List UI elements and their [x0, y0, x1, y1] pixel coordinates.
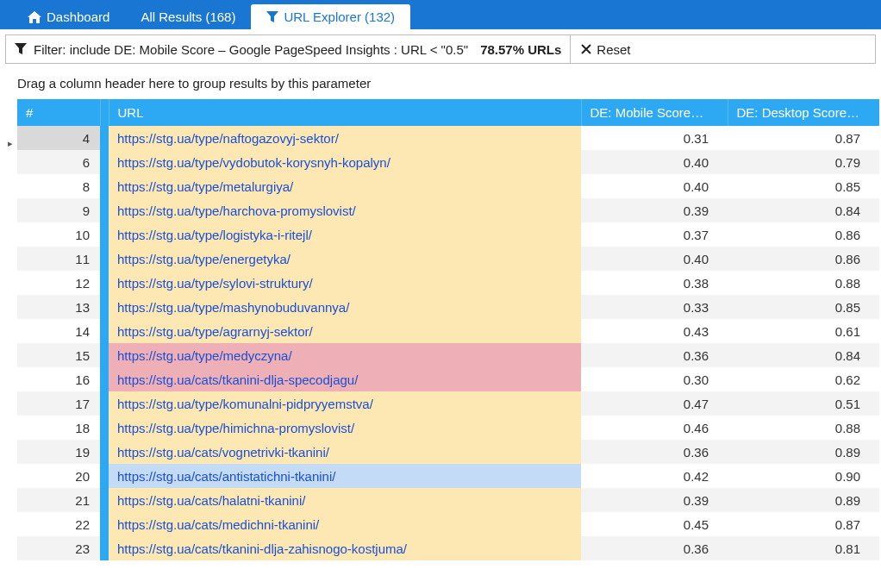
- cell-url: https://stg.ua/type/harchova-promyslovis…: [109, 198, 581, 222]
- table-row[interactable]: 13https://stg.ua/type/mashynobuduvannya/…: [17, 295, 879, 319]
- reset-label: Reset: [597, 42, 630, 57]
- cell-url: https://stg.ua/type/energetyka/: [109, 247, 581, 271]
- cell-desktop-score: 0.88: [728, 271, 879, 295]
- cell-mobile-score: 0.46: [581, 416, 728, 440]
- filter-icon: [266, 11, 278, 23]
- url-link[interactable]: https://stg.ua/type/vydobutok-korysnyh-k…: [117, 155, 391, 170]
- filter-percent: 78.57% URLs: [480, 42, 561, 57]
- url-link[interactable]: https://stg.ua/type/medyczyna/: [117, 348, 292, 363]
- cell-desktop-score: 0.51: [728, 391, 879, 416]
- table-row[interactable]: 15https://stg.ua/type/medyczyna/0.360.84: [17, 343, 879, 367]
- cell-url: https://stg.ua/type/medyczyna/: [109, 343, 581, 367]
- results-table: # URL DE: Mobile Score… DE: Desktop Scor…: [17, 99, 879, 560]
- table-row[interactable]: 21https://stg.ua/cats/halatni-tkanini/0.…: [17, 488, 879, 512]
- cell-index: 16: [17, 367, 100, 391]
- table-row[interactable]: 8https://stg.ua/type/metalurgiya/0.400.8…: [17, 174, 879, 198]
- filter-bar: Filter: include DE: Mobile Score – Googl…: [5, 34, 876, 64]
- cell-gutter: [100, 367, 109, 391]
- url-link[interactable]: https://stg.ua/cats/medichni-tkanini/: [117, 517, 319, 532]
- cell-desktop-score: 0.89: [728, 440, 879, 464]
- cell-mobile-score: 0.30: [581, 367, 728, 391]
- url-link[interactable]: https://stg.ua/cats/vognetrivki-tkanini/: [117, 445, 329, 460]
- url-link[interactable]: https://stg.ua/type/metalurgiya/: [117, 179, 293, 194]
- table-row[interactable]: 4https://stg.ua/type/naftogazovyj-sektor…: [17, 126, 879, 150]
- table-row[interactable]: 16https://stg.ua/cats/tkanini-dlja-speco…: [17, 367, 879, 391]
- cell-url: https://stg.ua/type/sylovi-struktury/: [109, 271, 581, 295]
- cell-mobile-score: 0.40: [581, 247, 728, 271]
- table-row[interactable]: 23https://stg.ua/cats/tkanini-dlja-zahis…: [17, 536, 879, 560]
- table-header-row: # URL DE: Mobile Score… DE: Desktop Scor…: [17, 99, 879, 126]
- cell-url: https://stg.ua/type/agrarnyj-sektor/: [109, 319, 581, 343]
- url-link[interactable]: https://stg.ua/cats/tkanini-dlja-zahisno…: [117, 541, 407, 556]
- table-row[interactable]: 10https://stg.ua/type/logistyka-i-ritejl…: [17, 222, 879, 247]
- cell-mobile-score: 0.31: [581, 126, 728, 150]
- cell-index: 23: [17, 536, 100, 560]
- cell-mobile-score: 0.33: [581, 295, 728, 319]
- cell-mobile-score: 0.36: [581, 440, 728, 464]
- url-link[interactable]: https://stg.ua/type/himichna-promyslovis…: [117, 421, 354, 435]
- cell-desktop-score: 0.86: [728, 247, 879, 271]
- table-row[interactable]: 20https://stg.ua/cats/antistatichni-tkan…: [17, 464, 879, 488]
- cell-url: https://stg.ua/type/naftogazovyj-sektor/: [109, 126, 581, 150]
- url-link[interactable]: https://stg.ua/type/mashynobuduvannya/: [117, 300, 349, 315]
- cell-gutter: [100, 198, 109, 222]
- tab-url-explorer[interactable]: URL Explorer (132): [251, 4, 410, 29]
- cell-gutter: [100, 416, 109, 440]
- url-link[interactable]: https://stg.ua/type/harchova-promyslovis…: [117, 203, 356, 218]
- cell-gutter: [100, 174, 109, 198]
- url-link[interactable]: https://stg.ua/type/komunalni-pidpryyems…: [117, 397, 373, 411]
- group-drop-hint[interactable]: Drag a column header here to group resul…: [0, 72, 881, 99]
- home-icon: [28, 11, 41, 23]
- table-row[interactable]: 12https://stg.ua/type/sylovi-struktury/0…: [17, 271, 879, 295]
- cell-mobile-score: 0.37: [581, 222, 728, 247]
- cell-url: https://stg.ua/type/logistyka-i-ritejl/: [109, 222, 581, 247]
- filter-text: Filter: include DE: Mobile Score – Googl…: [34, 42, 468, 57]
- cell-gutter: [100, 488, 109, 512]
- cell-index: 12: [17, 271, 100, 295]
- table-row[interactable]: 6https://stg.ua/type/vydobutok-korysnyh-…: [17, 150, 879, 174]
- tab-all-results[interactable]: All Results (168): [125, 4, 251, 29]
- table-row[interactable]: 11https://stg.ua/type/energetyka/0.400.8…: [17, 247, 879, 271]
- cell-mobile-score: 0.43: [581, 319, 728, 343]
- cell-url: https://stg.ua/cats/tkanini-dlja-specodj…: [109, 367, 581, 391]
- url-link[interactable]: https://stg.ua/type/sylovi-struktury/: [117, 276, 313, 291]
- cell-gutter: [100, 319, 109, 343]
- col-index[interactable]: #: [17, 99, 100, 126]
- cell-url: https://stg.ua/cats/medichni-tkanini/: [109, 512, 581, 536]
- row-marker-icon: ▸: [8, 138, 13, 149]
- url-link[interactable]: https://stg.ua/type/logistyka-i-ritejl/: [117, 228, 312, 242]
- col-desktop[interactable]: DE: Desktop Score…: [728, 99, 879, 126]
- cell-mobile-score: 0.36: [581, 536, 728, 560]
- url-link[interactable]: https://stg.ua/cats/halatni-tkanini/: [117, 493, 305, 508]
- cell-desktop-score: 0.88: [728, 416, 879, 440]
- col-mobile[interactable]: DE: Mobile Score…: [581, 99, 728, 126]
- table-row[interactable]: 14https://stg.ua/type/agrarnyj-sektor/0.…: [17, 319, 879, 343]
- table-row[interactable]: 9https://stg.ua/type/harchova-promyslovi…: [17, 198, 879, 222]
- table-row[interactable]: 18https://stg.ua/type/himichna-promyslov…: [17, 416, 879, 440]
- cell-mobile-score: 0.36: [581, 343, 728, 367]
- cell-gutter: [100, 440, 109, 464]
- cell-gutter: [100, 222, 109, 247]
- cell-index: 19: [17, 440, 100, 464]
- cell-url: https://stg.ua/type/mashynobuduvannya/: [109, 295, 581, 319]
- url-link[interactable]: https://stg.ua/type/agrarnyj-sektor/: [117, 324, 313, 339]
- url-link[interactable]: https://stg.ua/type/energetyka/: [117, 252, 291, 266]
- url-link[interactable]: https://stg.ua/type/naftogazovyj-sektor/: [117, 131, 339, 146]
- url-link[interactable]: https://stg.ua/cats/tkanini-dlja-specodj…: [117, 372, 358, 387]
- cell-mobile-score: 0.45: [581, 512, 728, 536]
- url-link[interactable]: https://stg.ua/cats/antistatichni-tkanin…: [117, 469, 335, 484]
- table-row[interactable]: 17https://stg.ua/type/komunalni-pidpryye…: [17, 391, 879, 416]
- reset-button[interactable]: Reset: [570, 35, 640, 63]
- cell-index: 22: [17, 512, 100, 536]
- cell-index: 9: [17, 198, 100, 222]
- cell-gutter: [100, 150, 109, 174]
- col-url[interactable]: URL: [109, 99, 581, 126]
- cell-desktop-score: 0.86: [728, 222, 879, 247]
- tab-dashboard[interactable]: Dashboard: [12, 4, 125, 29]
- cell-url: https://stg.ua/cats/tkanini-dlja-zahisno…: [109, 536, 581, 560]
- cell-url: https://stg.ua/cats/antistatichni-tkanin…: [109, 464, 581, 488]
- cell-index: 20: [17, 464, 100, 488]
- table-row[interactable]: 22https://stg.ua/cats/medichni-tkanini/0…: [17, 512, 879, 536]
- table-row[interactable]: 19https://stg.ua/cats/vognetrivki-tkanin…: [17, 440, 879, 464]
- cell-index: 14: [17, 319, 100, 343]
